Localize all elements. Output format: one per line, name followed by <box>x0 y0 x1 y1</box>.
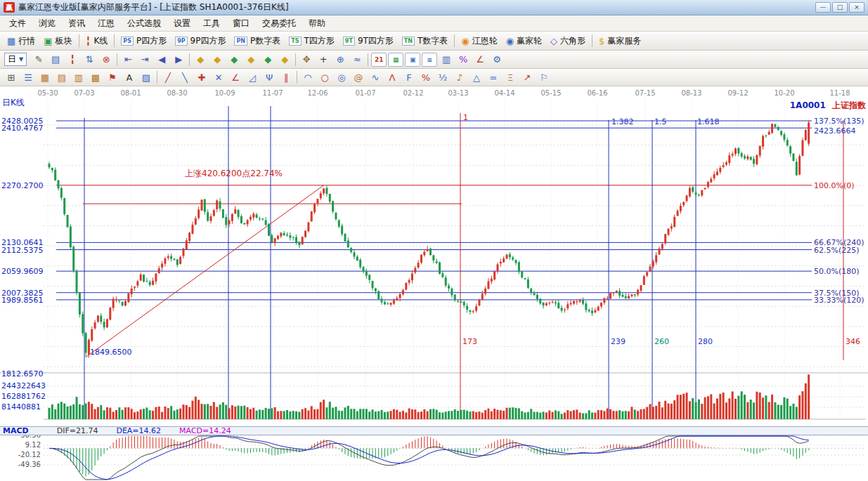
square-grid-icon[interactable]: ▩ <box>88 70 103 84</box>
9p-square-label: 9P四方形 <box>190 35 226 47</box>
percent-icon[interactable]: % <box>455 53 471 67</box>
text-tool-icon[interactable]: A <box>122 70 137 84</box>
winner-service-button[interactable]: $赢家服务 <box>595 33 645 48</box>
trend-line-icon[interactable]: ╱ <box>160 70 176 84</box>
gann-fan-icon[interactable]: ◿ <box>245 70 260 84</box>
day-counter-icon[interactable]: 21 <box>371 53 387 67</box>
gann-wheel-icon: ◉ <box>461 36 469 46</box>
percent-line-icon[interactable]: % <box>418 70 434 84</box>
flag-mark-icon[interactable]: ⚐ <box>536 70 552 84</box>
circle-icon[interactable]: ○ <box>317 70 332 84</box>
menu-trade[interactable]: 交易委托 <box>256 15 302 32</box>
crosshair-icon[interactable]: + <box>316 53 331 67</box>
t-number-table-button[interactable]: TNT数字表 <box>398 33 453 48</box>
note-icon[interactable]: ♪ <box>452 70 467 84</box>
triangle-icon[interactable]: △ <box>469 70 484 84</box>
pan-hand-icon[interactable]: ✥ <box>299 53 314 67</box>
menu-help[interactable]: 帮助 <box>302 15 332 32</box>
first-page-icon[interactable]: ⇤ <box>120 53 136 67</box>
report-icon[interactable]: ≡ <box>422 53 437 67</box>
menu-settings[interactable]: 设置 <box>167 15 197 32</box>
gann-diamond-icon-2[interactable]: ◆ <box>209 53 225 67</box>
gann-diamond-icon-3[interactable]: ◆ <box>226 53 242 67</box>
hline-grid-icon[interactable]: ☰ <box>20 70 36 84</box>
prev-bar-icon[interactable]: ◀ <box>154 53 169 67</box>
settings-icon[interactable]: ⚙ <box>489 53 505 67</box>
info-panel-icon[interactable]: ▤ <box>48 53 63 67</box>
channel-icon[interactable]: ∥ <box>278 70 294 84</box>
down-line-icon[interactable]: ╲ <box>177 70 193 84</box>
zigzag-icon[interactable]: Λ <box>384 70 400 84</box>
svg-text:173: 173 <box>462 337 477 346</box>
indicator-name[interactable]: MACD <box>3 427 29 435</box>
grid-tool-icon[interactable]: ⊞ <box>4 70 19 84</box>
angle-line-icon[interactable]: ∠ <box>228 70 243 84</box>
hexagon-button[interactable]: ◇六角形 <box>546 33 590 48</box>
chart-panel-icon[interactable]: ▣ <box>405 53 420 67</box>
delete-icon[interactable]: ⊗ <box>98 53 114 67</box>
svg-text:02-12: 02-12 <box>403 89 423 97</box>
time-grid-icon[interactable]: ▥ <box>71 70 86 84</box>
wave-icon[interactable]: ∿ <box>368 70 383 84</box>
x-line-icon[interactable]: ✕ <box>211 70 226 84</box>
toolbar-separator <box>117 53 117 66</box>
svg-text:2423.6664: 2423.6664 <box>814 126 856 136</box>
layers-icon[interactable]: ▥ <box>439 53 454 67</box>
menu-formula-picker[interactable]: 公式选股 <box>121 15 167 32</box>
menu-browse[interactable]: 浏览 <box>32 15 62 32</box>
p-number-table-label: P数字表 <box>250 35 280 47</box>
arc-icon[interactable]: ◠ <box>300 70 316 84</box>
menu-tools[interactable]: 工具 <box>197 15 226 32</box>
minimize-button[interactable]: — <box>815 2 831 13</box>
zoom-icon[interactable]: ⊕ <box>332 53 348 67</box>
winner-service-icon: $ <box>599 36 604 46</box>
dense-grid-icon[interactable]: ▦ <box>37 70 53 84</box>
gann-wheel-button[interactable]: ◉江恩轮 <box>457 33 501 48</box>
t-square-button[interactable]: TST四方形 <box>285 33 339 48</box>
band-icon[interactable]: Ξ <box>503 70 518 84</box>
calendar-icon[interactable]: ▦ <box>388 53 403 67</box>
price-grid-icon[interactable]: ▤ <box>54 70 70 84</box>
swap-vertical-icon[interactable]: ⇅ <box>82 53 97 67</box>
main-chart-canvas[interactable]: 05-3007-0308-0108-3010-0911-0712-0601-07… <box>0 86 868 481</box>
menu-news[interactable]: 资讯 <box>62 15 91 32</box>
market-quotes-button[interactable]: ▦行情 <box>3 33 39 48</box>
spiral-icon[interactable]: @ <box>351 70 366 84</box>
stock-pick-icon[interactable]: ✎ <box>31 53 46 67</box>
period-selector[interactable]: 日▼ <box>4 53 27 66</box>
fibonacci-icon[interactable]: F <box>401 70 417 84</box>
gann-diamond-icon-6[interactable]: ◆ <box>277 53 292 67</box>
kline-button[interactable]: ╏K线 <box>82 33 112 48</box>
close-button[interactable]: × <box>849 2 864 13</box>
macd-dif-value: DIF=21.74 <box>57 427 98 435</box>
pitchfork-icon[interactable]: Ψ <box>261 70 277 84</box>
cross-line-icon[interactable]: ✚ <box>194 70 209 84</box>
last-page-icon[interactable]: ⇥ <box>137 53 153 67</box>
mini-candle-icon[interactable]: ╏ <box>65 53 80 67</box>
p-number-table-icon: PN <box>234 37 247 46</box>
sectors-button[interactable]: ▣板块 <box>39 33 76 48</box>
toolbar-separator <box>79 34 79 47</box>
cycle-icon[interactable]: ◎ <box>334 70 349 84</box>
label-tool-icon[interactable]: ⚑ <box>105 70 120 84</box>
svg-text:1.5: 1.5 <box>654 117 667 126</box>
p-number-table-button[interactable]: PNP数字表 <box>230 33 285 48</box>
winner-wheel-button[interactable]: ◉赢家轮 <box>502 33 546 48</box>
p-square-button[interactable]: PSP四方形 <box>117 33 171 48</box>
menu-gann[interactable]: 江恩 <box>91 15 121 32</box>
ratio-icon[interactable]: ½ <box>435 70 451 84</box>
hatch-icon[interactable]: ▨ <box>138 70 154 84</box>
9t-square-button[interactable]: 9T9T四方形 <box>339 33 398 48</box>
gann-diamond-icon-1[interactable]: ◆ <box>193 53 208 67</box>
menu-file[interactable]: 文件 <box>3 15 32 32</box>
next-bar-icon[interactable]: ▶ <box>171 53 186 67</box>
angle-icon[interactable]: ∠ <box>472 53 488 67</box>
gann-diamond-icon-5[interactable]: ◆ <box>260 53 276 67</box>
9p-square-button[interactable]: 9P9P四方形 <box>171 33 230 48</box>
wave-tool-icon[interactable]: ≈ <box>349 53 365 67</box>
regression-icon[interactable]: ≃ <box>486 70 501 84</box>
maximize-button[interactable]: □ <box>832 2 848 13</box>
menu-window[interactable]: 窗口 <box>226 15 256 32</box>
arrow-mark-icon[interactable]: ↗ <box>519 70 535 84</box>
gann-diamond-icon-4[interactable]: ◆ <box>243 53 259 67</box>
